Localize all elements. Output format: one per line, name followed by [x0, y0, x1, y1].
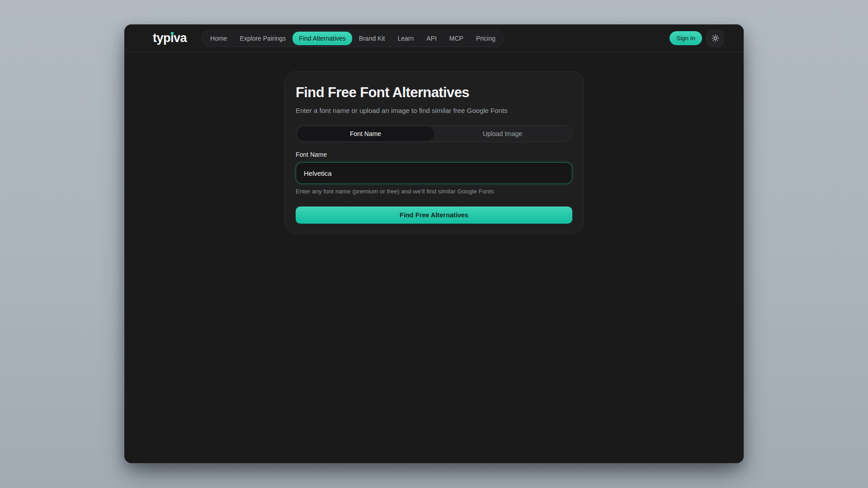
- sign-in-button[interactable]: Sign In: [670, 31, 702, 45]
- theme-toggle-button[interactable]: [707, 30, 724, 47]
- nav-item-brand-kit[interactable]: Brand Kit: [353, 32, 391, 45]
- font-name-input[interactable]: [296, 162, 572, 184]
- main-content: Find Free Font Alternatives Enter a font…: [124, 52, 744, 463]
- find-alternatives-button[interactable]: Find Free Alternatives: [296, 206, 572, 224]
- nav-item-pricing[interactable]: Pricing: [470, 32, 501, 45]
- page-background: { "colors": { "accent_teal": "#2fd0b0", …: [0, 0, 868, 488]
- nav-item-mcp[interactable]: MCP: [443, 32, 469, 45]
- font-name-label: Font Name: [296, 151, 572, 158]
- logo-text: typıva: [153, 31, 187, 45]
- logo[interactable]: typıva: [153, 32, 187, 44]
- page-title: Find Free Font Alternatives: [296, 84, 572, 101]
- nav-item-explore-pairings[interactable]: Explore Pairings: [234, 32, 292, 45]
- nav-item-learn[interactable]: Learn: [392, 32, 420, 45]
- top-navigation-bar: typıva Home Explore Pairings Find Altern…: [124, 24, 744, 52]
- input-mode-tabs: Font Name Upload Image: [296, 125, 572, 142]
- nav-item-api[interactable]: API: [420, 32, 443, 45]
- page-subtitle: Enter a font name or upload an image to …: [296, 107, 572, 114]
- main-nav: Home Explore Pairings Find Alternatives …: [202, 30, 504, 47]
- header-actions: Sign In: [670, 30, 724, 47]
- nav-item-home[interactable]: Home: [204, 32, 233, 45]
- logo-accent-dot: [171, 32, 174, 35]
- tab-upload-image[interactable]: Upload Image: [434, 127, 571, 141]
- input-helper-text: Enter any font name (premium or free) an…: [296, 188, 572, 195]
- app-window: typıva Home Explore Pairings Find Altern…: [124, 24, 744, 463]
- nav-item-find-alternatives[interactable]: Find Alternatives: [292, 32, 352, 45]
- sun-icon: [712, 34, 719, 42]
- tab-font-name[interactable]: Font Name: [297, 127, 434, 141]
- find-alternatives-card: Find Free Font Alternatives Enter a font…: [284, 71, 584, 234]
